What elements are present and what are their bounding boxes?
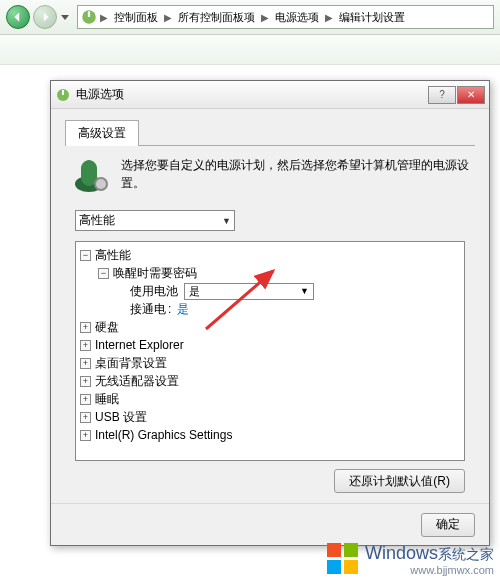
- breadcrumb-item[interactable]: 所有控制面板项: [174, 10, 259, 25]
- svg-rect-9: [344, 543, 358, 557]
- nav-forward-button: [33, 5, 57, 29]
- toolbar: [0, 35, 500, 65]
- svg-rect-3: [62, 90, 64, 95]
- dialog-titlebar[interactable]: 电源选项 ? ✕: [51, 81, 489, 109]
- chevron-right-icon: ▶: [162, 12, 174, 23]
- expand-icon[interactable]: +: [80, 340, 91, 351]
- svg-rect-10: [327, 560, 341, 574]
- on-battery-combo[interactable]: 是 ▼: [184, 283, 314, 300]
- plugged-in-value[interactable]: 是: [177, 301, 189, 318]
- expand-icon[interactable]: +: [80, 358, 91, 369]
- tab-advanced[interactable]: 高级设置: [65, 120, 139, 146]
- chevron-down-icon: ▼: [222, 216, 231, 226]
- dialog-title: 电源选项: [76, 86, 428, 103]
- windows-logo-icon: [325, 541, 361, 577]
- on-battery-value: 是: [189, 284, 200, 299]
- power-options-dialog: 电源选项 ? ✕ 高级设置 选择您要自定义的电源计划，然后选择您希望计算机管理的…: [50, 80, 490, 546]
- svg-point-6: [96, 179, 106, 189]
- ok-button[interactable]: 确定: [421, 513, 475, 537]
- expand-icon[interactable]: +: [80, 412, 91, 423]
- chevron-right-icon: ▶: [259, 12, 271, 23]
- tree-wake-password[interactable]: 唤醒时需要密码: [113, 265, 197, 282]
- description-text: 选择您要自定义的电源计划，然后选择您希望计算机管理的电源设置。: [121, 156, 469, 196]
- settings-icon: [71, 156, 111, 196]
- svg-rect-11: [344, 560, 358, 574]
- nav-history-dropdown[interactable]: [60, 8, 70, 26]
- dialog-footer: 确定: [51, 503, 489, 545]
- svg-rect-8: [327, 543, 341, 557]
- svg-rect-1: [88, 11, 90, 17]
- chevron-right-icon: ▶: [323, 12, 335, 23]
- tree-sleep[interactable]: 睡眠: [95, 391, 119, 408]
- collapse-icon[interactable]: −: [98, 268, 109, 279]
- tree-usb[interactable]: USB 设置: [95, 409, 147, 426]
- tree-wallpaper[interactable]: 桌面背景设置: [95, 355, 167, 372]
- power-icon: [55, 87, 71, 103]
- tab-strip: 高级设置: [65, 119, 475, 146]
- tree-hdd[interactable]: 硬盘: [95, 319, 119, 336]
- breadcrumb-item[interactable]: 电源选项: [271, 10, 323, 25]
- chevron-down-icon: ▼: [300, 286, 309, 296]
- tree-intel[interactable]: Intel(R) Graphics Settings: [95, 428, 232, 442]
- restore-defaults-button[interactable]: 还原计划默认值(R): [334, 469, 465, 493]
- watermark-url: www.bjjmwx.com: [365, 564, 494, 576]
- expand-icon[interactable]: +: [80, 322, 91, 333]
- expand-icon[interactable]: +: [80, 376, 91, 387]
- expand-icon[interactable]: +: [80, 430, 91, 441]
- chevron-right-icon: ▶: [98, 12, 110, 23]
- nav-back-button[interactable]: [6, 5, 30, 29]
- on-battery-label: 使用电池: [130, 283, 178, 300]
- plugged-in-label: 接通电: [130, 301, 166, 318]
- breadcrumb-item[interactable]: 控制面板: [110, 10, 162, 25]
- close-button[interactable]: ✕: [457, 86, 485, 104]
- expand-icon[interactable]: +: [80, 394, 91, 405]
- power-icon: [80, 8, 98, 26]
- navigation-bar: ▶ 控制面板 ▶ 所有控制面板项 ▶ 电源选项 ▶ 编辑计划设置: [0, 0, 500, 35]
- settings-tree[interactable]: − 高性能 − 唤醒时需要密码 使用电池 是 ▼ 接通电 : 是 +: [75, 241, 465, 461]
- breadcrumb-bar[interactable]: ▶ 控制面板 ▶ 所有控制面板项 ▶ 电源选项 ▶ 编辑计划设置: [77, 5, 494, 29]
- tree-wifi[interactable]: 无线适配器设置: [95, 373, 179, 390]
- tree-ie[interactable]: Internet Explorer: [95, 338, 184, 352]
- plan-select-value: 高性能: [79, 212, 115, 229]
- collapse-icon[interactable]: −: [80, 250, 91, 261]
- help-button[interactable]: ?: [428, 86, 456, 104]
- watermark: Windows系统之家 www.bjjmwx.com: [325, 541, 494, 577]
- breadcrumb-item[interactable]: 编辑计划设置: [335, 10, 409, 25]
- plan-select[interactable]: 高性能 ▼: [75, 210, 235, 231]
- tree-root[interactable]: 高性能: [95, 247, 131, 264]
